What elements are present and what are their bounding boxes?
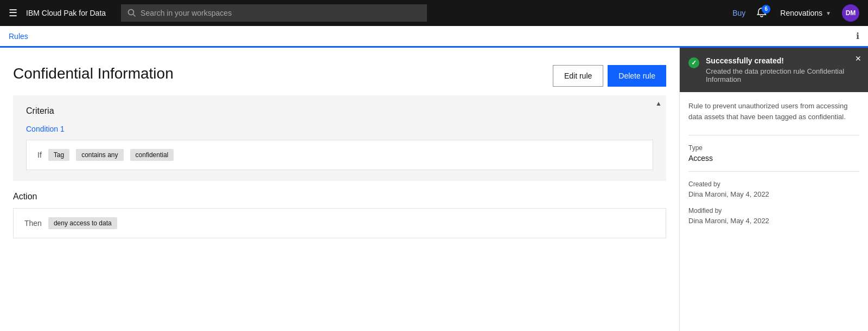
- toast-notification: ✓ Successfully created! Created the data…: [680, 48, 868, 92]
- confidential-badge: confidential: [130, 149, 174, 161]
- chevron-down-icon: ▼: [826, 10, 831, 16]
- modified-by-label: Modified by: [688, 207, 859, 215]
- svg-line-1: [133, 15, 136, 17]
- rules-breadcrumb-link[interactable]: Rules: [9, 32, 28, 41]
- workspace-name: Renovations: [780, 9, 822, 17]
- toast-body: Created the data protection rule Confide…: [706, 67, 859, 83]
- created-by-value: Dina Maroni, May 4, 2022: [688, 190, 859, 198]
- created-by-label: Created by: [688, 180, 859, 188]
- if-keyword: If: [37, 151, 42, 159]
- criteria-title: Criteria: [26, 106, 653, 116]
- then-keyword: Then: [24, 219, 42, 228]
- condition-row: If Tag contains any confidential: [26, 140, 653, 170]
- tag-badge: Tag: [48, 149, 69, 161]
- type-label: Type: [688, 144, 859, 152]
- app-logo: IBM Cloud Pak for Data: [26, 9, 106, 17]
- content-area: Confidential Information Edit rule Delet…: [0, 48, 679, 331]
- right-sidebar: ✓ Successfully created! Created the data…: [679, 48, 868, 331]
- action-row: Then deny access to data: [13, 208, 666, 238]
- main-layout: Confidential Information Edit rule Delet…: [0, 48, 868, 331]
- scroll-up-icon: ▲: [655, 100, 662, 107]
- notification-count-badge: 6: [762, 5, 770, 14]
- delete-rule-button[interactable]: Delete rule: [608, 65, 666, 87]
- search-icon: [127, 9, 136, 17]
- search-input[interactable]: [141, 9, 420, 17]
- buy-link[interactable]: Buy: [732, 9, 745, 17]
- type-value: Access: [688, 154, 859, 163]
- rule-description: Rule to prevent unauthorized users from …: [688, 101, 859, 122]
- toast-content: Successfully created! Created the data p…: [706, 56, 859, 83]
- success-icon: ✓: [688, 57, 699, 68]
- breadcrumb-bar: Rules ℹ: [0, 26, 868, 48]
- edit-rule-button[interactable]: Edit rule: [553, 65, 603, 87]
- action-buttons: Edit rule Delete rule: [553, 65, 666, 87]
- contains-any-badge: contains any: [76, 149, 123, 161]
- avatar[interactable]: DM: [842, 4, 859, 22]
- deny-access-badge: deny access to data: [48, 217, 117, 229]
- toast-title: Successfully created!: [706, 56, 859, 65]
- sidebar-divider: [688, 135, 859, 135]
- criteria-section: ▲ Criteria Condition 1 If Tag contains a…: [13, 95, 666, 181]
- top-navigation: ☰ IBM Cloud Pak for Data Buy 6 Renovatio…: [0, 0, 868, 26]
- sidebar-info: Rule to prevent unauthorized users from …: [680, 92, 868, 242]
- search-bar[interactable]: [121, 4, 427, 22]
- hamburger-menu-icon[interactable]: ☰: [9, 7, 17, 19]
- action-section: Action Then deny access to data: [13, 181, 666, 249]
- workspace-selector[interactable]: Renovations ▼: [780, 9, 831, 17]
- modified-by-value: Dina Maroni, May 4, 2022: [688, 217, 859, 225]
- notifications-bell[interactable]: 6: [756, 7, 767, 20]
- condition-label: Condition 1: [26, 125, 653, 133]
- toast-close-button[interactable]: ✕: [855, 54, 861, 63]
- sidebar-divider-2: [688, 171, 859, 172]
- action-title: Action: [13, 192, 666, 202]
- svg-point-0: [129, 10, 134, 15]
- info-icon[interactable]: ℹ: [856, 31, 859, 41]
